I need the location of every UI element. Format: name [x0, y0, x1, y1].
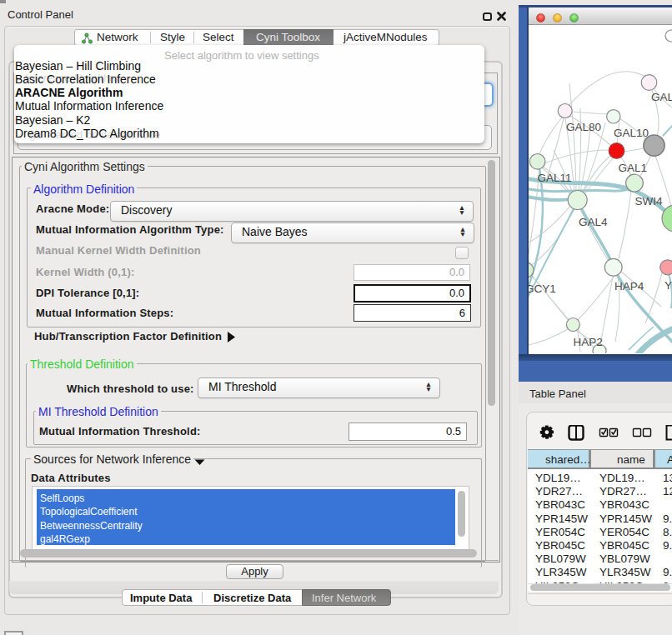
svg-text:Y: Y [664, 279, 672, 292]
svg-text:GAL1: GAL1 [618, 162, 647, 174]
svg-text:GAL10: GAL10 [614, 127, 649, 139]
svg-text:HAP2: HAP2 [573, 336, 602, 348]
svg-text:HAP4: HAP4 [614, 280, 644, 292]
svg-text:GAL11: GAL11 [538, 172, 572, 184]
svg-text:GCY1: GCY1 [529, 282, 556, 295]
svg-text:SWI4: SWI4 [634, 195, 662, 208]
svg-text:GAL7: GAL7 [651, 91, 672, 103]
svg-text:GAL80: GAL80 [566, 121, 601, 133]
svg-text:GAL4: GAL4 [579, 216, 608, 228]
